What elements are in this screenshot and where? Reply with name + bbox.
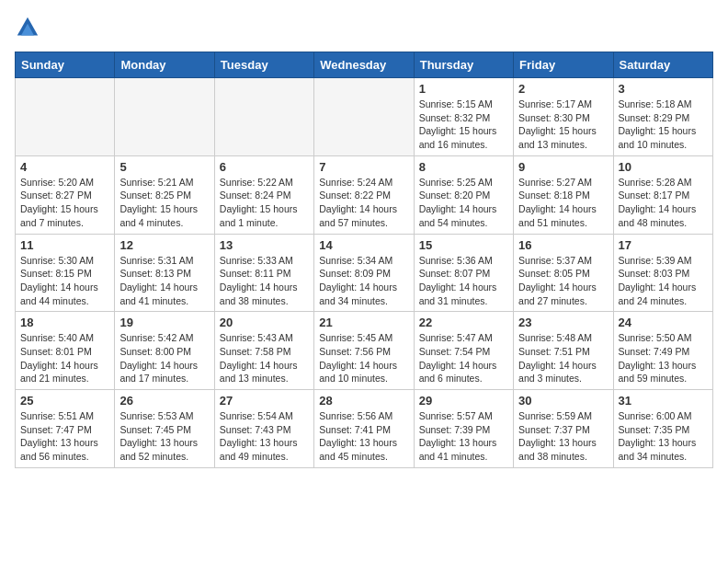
calendar-cell: 17Sunrise: 5:39 AM Sunset: 8:03 PM Dayli… bbox=[613, 234, 712, 312]
calendar-cell: 15Sunrise: 5:36 AM Sunset: 8:07 PM Dayli… bbox=[414, 234, 513, 312]
day-number: 25 bbox=[20, 394, 109, 408]
day-number: 21 bbox=[319, 316, 408, 329]
day-info: Sunrise: 5:54 AM Sunset: 7:43 PM Dayligh… bbox=[220, 409, 309, 464]
day-info: Sunrise: 5:33 AM Sunset: 8:11 PM Dayligh… bbox=[220, 254, 309, 308]
logo-icon bbox=[15, 15, 40, 40]
calendar-cell: 11Sunrise: 5:30 AM Sunset: 8:15 PM Dayli… bbox=[16, 234, 115, 312]
day-number: 15 bbox=[419, 238, 508, 252]
calendar-cell: 4Sunrise: 5:20 AM Sunset: 8:27 PM Daylig… bbox=[16, 155, 115, 234]
day-number: 31 bbox=[619, 394, 708, 408]
day-number: 29 bbox=[419, 394, 508, 408]
day-number: 9 bbox=[518, 160, 608, 174]
day-info: Sunrise: 5:31 AM Sunset: 8:13 PM Dayligh… bbox=[119, 254, 209, 308]
calendar-cell bbox=[314, 78, 414, 156]
day-info: Sunrise: 5:57 AM Sunset: 7:39 PM Dayligh… bbox=[419, 409, 508, 464]
day-info: Sunrise: 5:42 AM Sunset: 8:00 PM Dayligh… bbox=[119, 331, 209, 385]
day-info: Sunrise: 6:00 AM Sunset: 7:35 PM Dayligh… bbox=[619, 409, 708, 464]
day-info: Sunrise: 5:43 AM Sunset: 7:58 PM Dayligh… bbox=[220, 331, 309, 385]
day-info: Sunrise: 5:21 AM Sunset: 8:25 PM Dayligh… bbox=[119, 176, 209, 230]
calendar-cell: 1Sunrise: 5:15 AM Sunset: 8:32 PM Daylig… bbox=[414, 78, 513, 156]
calendar-cell bbox=[214, 78, 313, 156]
weekday-header: Sunday bbox=[16, 52, 115, 78]
day-number: 12 bbox=[119, 238, 209, 252]
weekday-header: Thursday bbox=[414, 52, 513, 78]
calendar-cell: 6Sunrise: 5:22 AM Sunset: 8:24 PM Daylig… bbox=[214, 155, 313, 234]
day-info: Sunrise: 5:48 AM Sunset: 7:51 PM Dayligh… bbox=[518, 331, 608, 385]
day-info: Sunrise: 5:27 AM Sunset: 8:18 PM Dayligh… bbox=[518, 176, 608, 230]
logo bbox=[15, 15, 44, 40]
day-info: Sunrise: 5:18 AM Sunset: 8:29 PM Dayligh… bbox=[619, 98, 708, 152]
calendar-cell: 10Sunrise: 5:28 AM Sunset: 8:17 PM Dayli… bbox=[613, 155, 712, 234]
day-number: 19 bbox=[119, 316, 209, 329]
day-info: Sunrise: 5:59 AM Sunset: 7:37 PM Dayligh… bbox=[518, 409, 608, 464]
calendar-cell: 20Sunrise: 5:43 AM Sunset: 7:58 PM Dayli… bbox=[214, 312, 313, 390]
day-number: 17 bbox=[619, 238, 708, 252]
calendar-cell: 16Sunrise: 5:37 AM Sunset: 8:05 PM Dayli… bbox=[514, 234, 613, 312]
day-info: Sunrise: 5:17 AM Sunset: 8:30 PM Dayligh… bbox=[518, 98, 608, 152]
calendar-cell: 31Sunrise: 6:00 AM Sunset: 7:35 PM Dayli… bbox=[613, 390, 712, 468]
calendar-cell: 14Sunrise: 5:34 AM Sunset: 8:09 PM Dayli… bbox=[314, 234, 414, 312]
day-number: 11 bbox=[20, 238, 109, 252]
calendar-cell: 22Sunrise: 5:47 AM Sunset: 7:54 PM Dayli… bbox=[414, 312, 513, 390]
day-number: 26 bbox=[119, 394, 209, 408]
day-number: 30 bbox=[518, 394, 608, 408]
weekday-header: Wednesday bbox=[314, 52, 414, 78]
day-number: 6 bbox=[220, 160, 309, 174]
calendar-cell: 19Sunrise: 5:42 AM Sunset: 8:00 PM Dayli… bbox=[115, 312, 214, 390]
day-number: 22 bbox=[419, 316, 508, 329]
day-info: Sunrise: 5:30 AM Sunset: 8:15 PM Dayligh… bbox=[20, 254, 109, 308]
day-number: 27 bbox=[220, 394, 309, 408]
day-number: 10 bbox=[619, 160, 708, 174]
day-info: Sunrise: 5:15 AM Sunset: 8:32 PM Dayligh… bbox=[419, 98, 508, 152]
day-number: 2 bbox=[518, 82, 608, 96]
day-info: Sunrise: 5:50 AM Sunset: 7:49 PM Dayligh… bbox=[619, 331, 708, 385]
day-info: Sunrise: 5:28 AM Sunset: 8:17 PM Dayligh… bbox=[619, 176, 708, 230]
calendar-cell: 3Sunrise: 5:18 AM Sunset: 8:29 PM Daylig… bbox=[613, 78, 712, 156]
calendar-table: SundayMondayTuesdayWednesdayThursdayFrid… bbox=[15, 52, 713, 468]
weekday-header: Monday bbox=[115, 52, 214, 78]
calendar-cell: 27Sunrise: 5:54 AM Sunset: 7:43 PM Dayli… bbox=[214, 390, 313, 468]
weekday-header: Friday bbox=[514, 52, 613, 78]
day-info: Sunrise: 5:20 AM Sunset: 8:27 PM Dayligh… bbox=[20, 176, 109, 230]
calendar-cell bbox=[16, 78, 115, 156]
calendar-cell: 25Sunrise: 5:51 AM Sunset: 7:47 PM Dayli… bbox=[16, 390, 115, 468]
day-number: 5 bbox=[119, 160, 209, 174]
calendar-cell: 29Sunrise: 5:57 AM Sunset: 7:39 PM Dayli… bbox=[414, 390, 513, 468]
page-header bbox=[15, 15, 713, 40]
day-info: Sunrise: 5:51 AM Sunset: 7:47 PM Dayligh… bbox=[20, 409, 109, 464]
day-info: Sunrise: 5:34 AM Sunset: 8:09 PM Dayligh… bbox=[319, 254, 408, 308]
day-number: 14 bbox=[319, 238, 408, 252]
day-number: 18 bbox=[20, 316, 109, 329]
day-info: Sunrise: 5:22 AM Sunset: 8:24 PM Dayligh… bbox=[220, 176, 309, 230]
day-info: Sunrise: 5:47 AM Sunset: 7:54 PM Dayligh… bbox=[419, 331, 508, 385]
day-info: Sunrise: 5:24 AM Sunset: 8:22 PM Dayligh… bbox=[319, 176, 408, 230]
day-number: 20 bbox=[220, 316, 309, 329]
day-number: 4 bbox=[20, 160, 109, 174]
calendar-cell: 5Sunrise: 5:21 AM Sunset: 8:25 PM Daylig… bbox=[115, 155, 214, 234]
day-number: 24 bbox=[619, 316, 708, 329]
calendar-cell: 18Sunrise: 5:40 AM Sunset: 8:01 PM Dayli… bbox=[16, 312, 115, 390]
day-info: Sunrise: 5:39 AM Sunset: 8:03 PM Dayligh… bbox=[619, 254, 708, 308]
day-info: Sunrise: 5:37 AM Sunset: 8:05 PM Dayligh… bbox=[518, 254, 608, 308]
calendar-cell: 7Sunrise: 5:24 AM Sunset: 8:22 PM Daylig… bbox=[314, 155, 414, 234]
calendar-cell: 2Sunrise: 5:17 AM Sunset: 8:30 PM Daylig… bbox=[514, 78, 613, 156]
day-number: 3 bbox=[619, 82, 708, 96]
day-number: 23 bbox=[518, 316, 608, 329]
calendar-cell: 21Sunrise: 5:45 AM Sunset: 7:56 PM Dayli… bbox=[314, 312, 414, 390]
day-number: 28 bbox=[319, 394, 408, 408]
calendar-cell: 24Sunrise: 5:50 AM Sunset: 7:49 PM Dayli… bbox=[613, 312, 712, 390]
calendar-cell: 26Sunrise: 5:53 AM Sunset: 7:45 PM Dayli… bbox=[115, 390, 214, 468]
weekday-header: Saturday bbox=[613, 52, 712, 78]
calendar-cell: 30Sunrise: 5:59 AM Sunset: 7:37 PM Dayli… bbox=[514, 390, 613, 468]
calendar-cell: 13Sunrise: 5:33 AM Sunset: 8:11 PM Dayli… bbox=[214, 234, 313, 312]
day-info: Sunrise: 5:36 AM Sunset: 8:07 PM Dayligh… bbox=[419, 254, 508, 308]
day-info: Sunrise: 5:56 AM Sunset: 7:41 PM Dayligh… bbox=[319, 409, 408, 464]
day-info: Sunrise: 5:53 AM Sunset: 7:45 PM Dayligh… bbox=[119, 409, 209, 464]
calendar-cell: 12Sunrise: 5:31 AM Sunset: 8:13 PM Dayli… bbox=[115, 234, 214, 312]
calendar-cell: 9Sunrise: 5:27 AM Sunset: 8:18 PM Daylig… bbox=[514, 155, 613, 234]
day-info: Sunrise: 5:25 AM Sunset: 8:20 PM Dayligh… bbox=[419, 176, 508, 230]
day-number: 7 bbox=[319, 160, 408, 174]
day-number: 13 bbox=[220, 238, 309, 252]
day-number: 1 bbox=[419, 82, 508, 96]
weekday-header: Tuesday bbox=[214, 52, 313, 78]
